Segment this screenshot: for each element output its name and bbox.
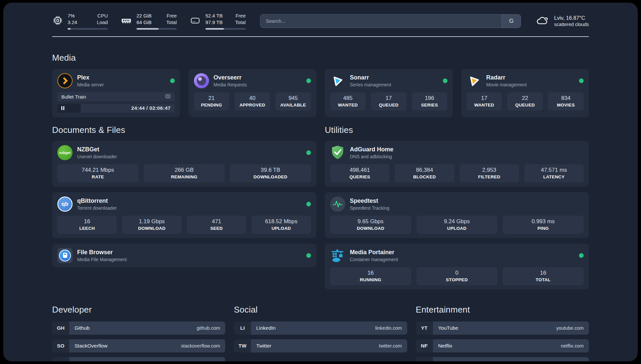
stat-upload: 618.52 Mbps UPLOAD xyxy=(252,216,311,234)
link-twitter[interactable]: TW Twitter twitter.com xyxy=(234,339,407,352)
link-url: github.com xyxy=(197,325,220,331)
link-name: YouTube xyxy=(438,325,458,331)
ram-progress-bar xyxy=(137,28,177,30)
cpu-usage-value: 7% xyxy=(68,13,77,19)
card-subtitle: Movie management xyxy=(486,82,575,87)
link-name: StackOverflow xyxy=(75,343,107,349)
stat-ping: 0.993 ms PING xyxy=(503,216,584,234)
playback-progress-bar[interactable]: 24:44 / 02:06:47 xyxy=(57,104,175,113)
stat-remaining: 266 GB REMAINING xyxy=(144,164,225,182)
weather-location: Lviv, 16.87°C xyxy=(554,15,589,21)
dashboard: 7% 3.24 CPU Load xyxy=(3,3,638,361)
disk-stat: 52.4 TB 97.9 TB Free Total xyxy=(189,13,246,30)
card-subtitle: DNS and adblocking xyxy=(350,154,584,159)
link-url: linkedin.com xyxy=(375,325,402,331)
card-title: Speedtest xyxy=(350,197,584,204)
adguard-icon xyxy=(330,145,345,160)
link-url: youtube.com xyxy=(556,325,584,331)
stat-seed: 471 SEED xyxy=(187,216,246,234)
stat-leech: 16 LEECH xyxy=(57,216,117,234)
filebrowser-card[interactable]: File Browser Media File Management xyxy=(52,244,316,267)
link-tag: DT xyxy=(52,357,69,362)
speedtest-card[interactable]: Speedtest Speedtest Tracking 9.65 Gbps D… xyxy=(325,192,589,238)
ram-total-value: 64 GiB xyxy=(137,19,152,26)
status-dot xyxy=(306,150,311,155)
speedtest-icon xyxy=(330,197,345,212)
card-subtitle: Series management xyxy=(350,82,438,87)
video-icon xyxy=(165,93,171,100)
nzbget-card[interactable]: nzbget NZBGet Usenet downloader 744.21 M… xyxy=(52,141,316,187)
link-name: Twitter xyxy=(256,343,271,349)
pause-icon[interactable] xyxy=(61,106,64,110)
sonarr-card[interactable]: Sonarr Series management 485 WANTED 17 Q… xyxy=(325,69,453,117)
card-title: File Browser xyxy=(77,249,302,256)
link-stackoverflow[interactable]: SO StackOverflow stackoverflow.com xyxy=(52,339,225,352)
disk-total-value: 97.9 TB xyxy=(205,19,223,26)
link-tag: RE xyxy=(416,357,433,362)
developer-links: Developer GH Github github.com SO StackO… xyxy=(52,305,225,362)
stat-queued: 22 QUEUED xyxy=(507,92,543,110)
link-tag: LI xyxy=(234,321,251,335)
now-playing-row: Bullet Train xyxy=(57,92,175,102)
link-tag: SO xyxy=(52,339,69,352)
card-subtitle: Container management xyxy=(350,257,574,262)
overseerr-icon xyxy=(194,73,209,88)
cpu-progress-bar xyxy=(68,28,108,30)
link-netflix[interactable]: NF Netflix netflix.com xyxy=(416,339,589,352)
now-playing-title: Bullet Train xyxy=(61,94,86,100)
adguard-card[interactable]: AdGuard Home DNS and adblocking 498,461 … xyxy=(325,141,589,187)
section-title-utilities: Utilities xyxy=(325,125,589,135)
link-name: LinkedIn xyxy=(256,325,276,331)
ram-total-label: Total xyxy=(166,19,177,26)
section-title-media: Media xyxy=(52,53,589,63)
section-title-entertainment: Entertainment xyxy=(416,305,589,315)
section-title-social: Social xyxy=(234,305,407,315)
radarr-icon xyxy=(467,73,482,88)
ram-free-label: Free xyxy=(167,13,177,19)
link-github[interactable]: GH Github github.com xyxy=(52,321,225,335)
stat-wanted: 17 WANTED xyxy=(467,92,502,110)
weather-widget: Lviv, 16.87°C scattered clouds xyxy=(535,15,589,28)
status-dot xyxy=(170,78,175,83)
status-dot xyxy=(306,202,311,206)
link-dev[interactable]: DT DEV dev.to xyxy=(52,357,225,362)
stat-download: 9.65 Gbps DOWNLOAD xyxy=(330,216,411,234)
ram-free-value: 22 GiB xyxy=(137,13,152,19)
card-title: NZBGet xyxy=(77,146,302,153)
card-subtitle: Media server xyxy=(77,82,166,87)
stat-queries: 498,461 QUERIES xyxy=(330,164,389,182)
portainer-card[interactable]: Media Portainer Container management 16 … xyxy=(325,244,589,289)
stat-wanted: 485 WANTED xyxy=(330,92,366,110)
link-tag: GH xyxy=(52,321,69,335)
qbittorrent-card[interactable]: qb qBittorrent Torrent downloader 16 LEE… xyxy=(52,192,316,238)
cpu-usage-label: CPU xyxy=(97,13,108,19)
status-dot xyxy=(579,78,584,83)
link-youtube[interactable]: YT YouTube youtube.com xyxy=(416,321,589,335)
link-url: dev.to xyxy=(207,361,220,362)
search-input[interactable] xyxy=(260,15,502,28)
link-linkedin[interactable]: LI LinkedIn linkedin.com xyxy=(234,321,407,335)
card-subtitle: Media File Management xyxy=(77,257,302,262)
stat-total: 16 TOTAL xyxy=(503,267,584,285)
ram-icon xyxy=(120,15,132,27)
portainer-icon xyxy=(330,248,345,263)
stat-downloaded: 39.6 TB DOWNLOADED xyxy=(230,164,311,182)
link-tag: YT xyxy=(416,321,433,335)
stat-rate: 744.21 Mbps RATE xyxy=(57,164,138,182)
section-title-documents: Documents & Files xyxy=(52,125,316,135)
card-title: qBittorrent xyxy=(77,197,302,204)
overseerr-card[interactable]: Overseerr Media Requests 21 PENDING 40 A… xyxy=(189,69,317,117)
plex-card[interactable]: Plex Media server Bullet Train xyxy=(52,69,180,117)
card-title: AdGuard Home xyxy=(350,146,584,153)
link-reddit[interactable]: RE Reddit reddit.com xyxy=(416,357,589,362)
disk-free-label: Free xyxy=(235,13,246,19)
header: 7% 3.24 CPU Load xyxy=(52,3,589,30)
radarr-card[interactable]: Radarr Movie management 17 WANTED 22 QUE… xyxy=(461,69,589,117)
stat-approved: 40 APPROVED xyxy=(234,92,270,110)
disk-progress-bar xyxy=(205,28,246,30)
card-title: Plex xyxy=(77,74,166,81)
google-search-button[interactable]: G xyxy=(502,15,521,28)
header-divider xyxy=(52,36,589,37)
qbittorrent-icon: qb xyxy=(57,197,73,212)
disk-icon xyxy=(189,15,201,27)
